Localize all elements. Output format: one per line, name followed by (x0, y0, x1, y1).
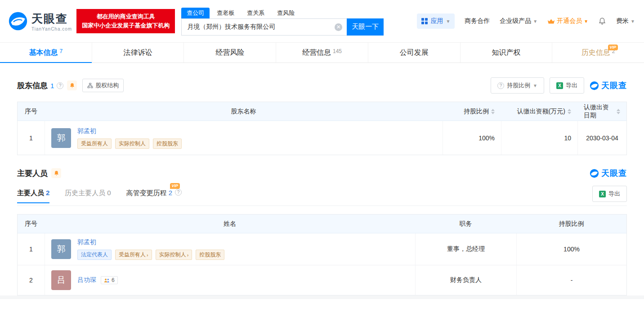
tab-basic-info[interactable]: 基本信息 7 (0, 43, 92, 63)
notification-bell-icon[interactable] (598, 17, 606, 25)
excel-icon: X (599, 191, 606, 197)
ratio-filter-label: 持股比例 (507, 81, 530, 89)
personnel-table-header: 序号 姓名 职务 持股比例 (18, 215, 626, 233)
col-header-ratio: 持股比例 (516, 215, 626, 233)
page-bottom-strip (0, 295, 644, 299)
nav-open-vip[interactable]: 开通会员 ▼ (547, 17, 588, 25)
tab-count: 2 (46, 189, 49, 197)
personnel-row: 1 郭 郭孟初 法定代表人 受益所有人 › (18, 233, 626, 265)
tag-legal-representative[interactable]: 法定代表人 (77, 250, 112, 260)
tag-beneficial-owner[interactable]: 受益所有人 › (115, 250, 152, 260)
help-icon[interactable]: ? (57, 82, 63, 89)
partner-count-chip[interactable]: 6 (101, 276, 118, 284)
brand-name: 天眼查 (31, 11, 72, 26)
excel-icon: X (556, 82, 563, 89)
chevron-right-icon: › (147, 252, 148, 258)
col-header-subscribed-amount[interactable]: 认缴出资额(万元) (501, 102, 577, 121)
tab-count: 7 (60, 48, 63, 54)
person-name-link[interactable]: 吕功琛 (77, 276, 96, 284)
top-header: 天眼查 TianYanCha.com 都在用的商业查询工具 国家中小企业发展子基… (0, 0, 644, 42)
search-button[interactable]: 天眼一下 (347, 18, 384, 36)
open-vip-label: 开通会员 (557, 17, 582, 25)
chevron-down-icon: ▼ (533, 83, 537, 88)
tab-history-info[interactable]: VIP 历史信息 2 (552, 43, 644, 63)
nav-business-label: 商务合作 (465, 17, 490, 25)
tag-controlling-shareholder[interactable]: 控股股东 (196, 250, 224, 260)
personnel-tabs: 主要人员 2 历史主要人员 0 VIP 高管变更历程 2 ? X 导出 (17, 186, 627, 206)
search-block: 查公司 查老板 查关系 查风险 ✕ 天眼一下 (181, 7, 384, 36)
search-tab-relation[interactable]: 查关系 (242, 8, 270, 18)
clear-search-icon[interactable]: ✕ (335, 23, 342, 31)
tag-label: 实际控制人 (119, 140, 146, 148)
person-name-link[interactable]: 郭孟初 (77, 238, 224, 246)
tag-label: 实际控制人 (159, 251, 186, 259)
partners-icon (104, 278, 110, 283)
col-header-ratio[interactable]: 持股比例 (443, 102, 501, 121)
tianyancha-watermark-icon (590, 81, 599, 90)
ratio-filter-dropdown[interactable]: ? 持股比例 ▼ (491, 77, 544, 94)
company-detail-tabs: 基本信息 7 法律诉讼 经营风险 经营信息 145 公司发展 知识产权 VIP … (0, 42, 644, 63)
tianyancha-watermark: 天眼查 (590, 80, 627, 91)
col-header-index: 序号 (18, 215, 45, 233)
tag-actual-controller[interactable]: 实际控制人 (115, 139, 149, 149)
subscribe-bell-icon[interactable] (51, 168, 61, 178)
search-tab-company[interactable]: 查公司 (181, 8, 210, 18)
tab-label: 经营信息 (302, 48, 331, 58)
nav-business-cooperation[interactable]: 商务合作 (465, 17, 490, 25)
tab-label: 公司发展 (400, 48, 429, 58)
tab-intellectual-property[interactable]: 知识产权 (461, 43, 553, 63)
help-icon[interactable]: ? (175, 189, 182, 196)
tag-beneficial-owner[interactable]: 受益所有人 (77, 139, 112, 149)
export-button[interactable]: X 导出 (592, 186, 627, 202)
slogan-line-2: 国家中小企业发展子基金旗下机构 (82, 21, 170, 30)
search-tab-boss[interactable]: 查老板 (211, 8, 240, 18)
subscribe-bell-icon[interactable] (67, 80, 77, 90)
vip-badge: VIP (608, 45, 618, 50)
sort-icon[interactable] (568, 109, 571, 114)
tab-label: 高管变更历程 (126, 189, 167, 197)
search-tab-risk[interactable]: 查风险 (272, 8, 300, 18)
tab-history-personnel[interactable]: 历史主要人员 0 (65, 189, 111, 203)
row-index: 2 (18, 265, 45, 295)
tab-executive-change-history[interactable]: VIP 高管变更历程 2 ? (126, 189, 182, 203)
slogan-line-1: 都在用的商业查询工具 (82, 12, 170, 21)
tab-legal-litigation[interactable]: 法律诉讼 (92, 43, 184, 63)
cell-position: 董事，总经理 (415, 233, 516, 265)
nav-enterprise-label: 企业级产品 (500, 17, 531, 25)
tab-operation-info[interactable]: 经营信息 145 (276, 43, 368, 63)
nav-user-menu[interactable]: 费米 ▼ (616, 17, 635, 25)
cell-subscribed-amount: 10 (501, 121, 577, 155)
search-input[interactable] (182, 19, 347, 35)
export-label: 导出 (566, 81, 577, 89)
tab-operation-risk[interactable]: 经营风险 (184, 43, 276, 63)
tab-key-personnel[interactable]: 主要人员 2 (17, 189, 49, 203)
equity-structure-button[interactable]: 股权结构 (82, 79, 124, 92)
user-name: 费米 (616, 17, 629, 25)
col-header-person-name: 姓名 (45, 215, 415, 233)
watermark-label: 天眼查 (601, 80, 627, 91)
col-header-label: 持股比例 (464, 107, 489, 116)
key-personnel-section: 主要人员 天眼查 主要人员 2 历史主要人员 0 VIP 高管变更历程 2 (0, 168, 644, 295)
tianyancha-logo[interactable]: 天眼查 TianYanCha.com (8, 11, 72, 31)
col-header-label: 认缴出资额(万元) (517, 107, 565, 116)
chevron-down-icon: ▼ (631, 19, 635, 24)
apps-menu[interactable]: 应用 ▼ (417, 13, 455, 29)
tag-actual-controller[interactable]: 实际控制人 › (156, 250, 192, 260)
avatar[interactable]: 郭 (51, 239, 71, 259)
tag-label: 法定代表人 (81, 251, 108, 259)
tianyancha-watermark-icon (590, 169, 599, 178)
col-header-subscribed-date[interactable]: 认缴出资日期 (577, 102, 626, 121)
shareholder-name-link[interactable]: 郭孟初 (77, 127, 182, 135)
sort-icon[interactable] (491, 109, 495, 114)
avatar[interactable]: 吕 (51, 270, 71, 290)
tag-controlling-shareholder[interactable]: 控股股东 (153, 139, 182, 149)
brand-domain: TianYanCha.com (31, 27, 72, 31)
slogan-banner: 都在用的商业查询工具 国家中小企业发展子基金旗下机构 (76, 9, 175, 33)
avatar[interactable]: 郭 (51, 128, 71, 148)
tab-label: 主要人员 (17, 189, 44, 197)
nav-enterprise-products[interactable]: 企业级产品 ▼ (500, 17, 537, 25)
export-button[interactable]: X 导出 (550, 77, 584, 94)
cell-ratio: 100% (443, 121, 501, 155)
sort-icon[interactable] (617, 109, 620, 114)
tab-company-development[interactable]: 公司发展 (368, 43, 461, 63)
